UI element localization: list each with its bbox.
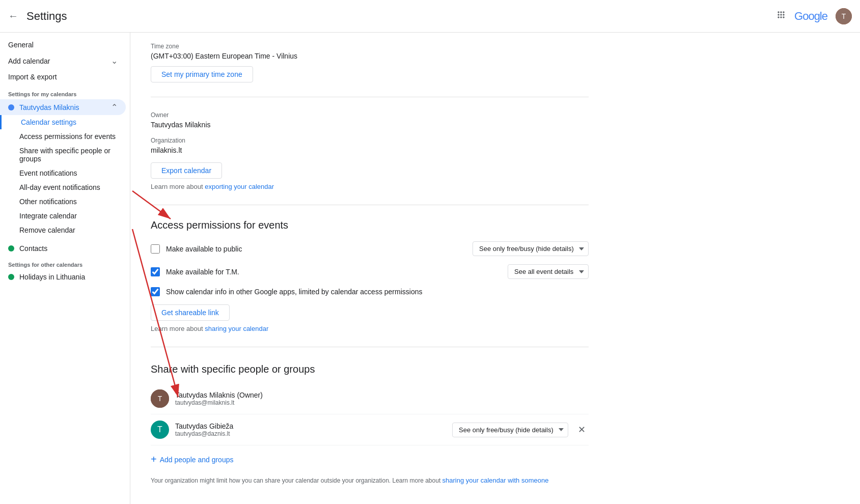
sidebar: General Add calendar ⌄ Import & export S… [0, 33, 130, 504]
divider-3 [151, 347, 589, 347]
checkbox-public-row: Make available to public See only free/b… [151, 241, 589, 256]
share-section: Share with specific people or groups T T… [151, 363, 589, 486]
checkbox-apps-label: Show calendar info in other Google apps,… [166, 288, 589, 296]
share-row-gibieza: T Tautvydas Gibieža tautvydas@daznis.lt … [151, 414, 589, 445]
divider-1 [151, 97, 589, 97]
svg-text:T: T [842, 12, 846, 20]
svg-text:T: T [158, 395, 162, 403]
sub-calendar-settings[interactable]: Calendar settings [0, 115, 126, 129]
sidebar-my-calendar[interactable]: Tautvydas Milaknis ⌃ [0, 99, 126, 115]
public-permission-dropdown[interactable]: See only free/busy (hide details) [473, 241, 589, 256]
owner-label: Owner [151, 111, 589, 119]
divider-2 [151, 205, 589, 205]
add-people-button[interactable]: + Add people and groups [151, 450, 233, 469]
timezone-label: Time zone [151, 43, 589, 50]
gibieza-email: tautvydas@daznis.lt [175, 430, 446, 437]
grid-icon[interactable] [776, 10, 786, 22]
checkbox-tm-row: Make available for T.M. See all event de… [151, 264, 589, 279]
export-calendar-button[interactable]: Export calendar [151, 162, 222, 179]
organization-section: Organization milaknis.lt [151, 137, 589, 154]
gibieza-avatar-letter: T [157, 425, 162, 434]
sub-share[interactable]: Share with specific people or groups [0, 144, 126, 166]
sidebar-item-import-export[interactable]: Import & export [0, 69, 126, 85]
exporting-calendar-link[interactable]: exporting your calendar [205, 183, 274, 190]
gibieza-permission: See only free/busy (hide details) [452, 423, 568, 437]
sub-remove[interactable]: Remove calendar [0, 223, 126, 237]
checkbox-tm[interactable] [151, 267, 160, 276]
owner-section: Owner Tautvydas Milaknis [151, 111, 589, 129]
calendar-dot-blue [8, 104, 14, 110]
chevron-up-icon: ⌃ [111, 102, 118, 112]
tm-permission-dropdown[interactable]: See all event details [508, 264, 589, 279]
contacts-label: Contacts [19, 244, 118, 253]
content-section: Time zone (GMT+03:00) Eastern European T… [151, 33, 589, 504]
sidebar-holidays[interactable]: Holidays in Lithuania [0, 270, 126, 284]
plus-icon: + [151, 454, 157, 465]
share-heading: Share with specific people or groups [151, 363, 589, 375]
sidebar-item-general[interactable]: General [0, 37, 126, 53]
checkbox-public-label: Make available to public [166, 245, 466, 253]
layout: General Add calendar ⌄ Import & export S… [0, 33, 860, 504]
owner-value: Tautvydas Milaknis [151, 121, 589, 129]
holidays-label: Holidays in Lithuania [19, 273, 118, 281]
sidebar-contacts[interactable]: Contacts [0, 241, 126, 256]
access-permissions-section: Access permissions for events Make avail… [151, 219, 589, 332]
set-primary-timezone-button[interactable]: Set my primary time zone [151, 66, 253, 82]
owner-avatar: T [151, 389, 169, 408]
export-helper: Learn more about exporting your calendar [151, 183, 589, 190]
owner-info: Tautvydas Milaknis (Owner) tautvydas@mil… [175, 391, 589, 406]
owner-name: Tautvydas Milaknis (Owner) [175, 391, 589, 399]
gibieza-info: Tautvydas Gibieža tautvydas@daznis.lt [175, 422, 446, 437]
checkbox-apps-row: Show calendar info in other Google apps,… [151, 287, 589, 296]
share-row-owner: T Tautvydas Milaknis (Owner) tautvydas@m… [151, 383, 589, 414]
holidays-dot [8, 274, 14, 280]
add-calendar-label: Add calendar [8, 57, 111, 65]
avatar[interactable]: T [836, 8, 852, 24]
topbar-left: ← Settings [8, 10, 67, 23]
timezone-section: Time zone (GMT+03:00) Eastern European T… [151, 43, 589, 82]
sub-other-notifications[interactable]: Other notifications [0, 194, 126, 209]
gibieza-name: Tautvydas Gibieža [175, 422, 446, 430]
add-people-label: Add people and groups [160, 456, 234, 464]
checkbox-tm-label: Make available for T.M. [166, 268, 502, 276]
calendar-dot-green [8, 245, 14, 251]
owner-email: tautvydas@milaknis.lt [175, 399, 589, 406]
get-shareable-link-button[interactable]: Get shareable link [151, 304, 230, 321]
chevron-down-icon: ⌄ [111, 56, 118, 66]
access-heading: Access permissions for events [151, 219, 589, 231]
org-value: milaknis.lt [151, 146, 589, 154]
gibieza-permission-dropdown[interactable]: See only free/busy (hide details) [452, 423, 568, 437]
back-icon[interactable]: ← [8, 10, 18, 22]
org-sharing-link[interactable]: sharing your calendar with someone [442, 477, 549, 484]
sharing-calendar-link[interactable]: sharing your calendar [205, 325, 268, 332]
app-title: Settings [26, 10, 67, 23]
main-content: Time zone (GMT+03:00) Eastern European T… [130, 33, 860, 504]
section-other-calendars: Settings for other calendars [0, 256, 130, 270]
org-note: Your organization might limit how you ca… [151, 475, 589, 486]
gibieza-avatar: T [151, 421, 169, 439]
sharing-helper: Learn more about sharing your calendar [151, 325, 589, 332]
topbar: ← Settings Google T [0, 0, 860, 33]
section-my-calendars: Settings for my calendars [0, 85, 130, 99]
org-label: Organization [151, 137, 589, 144]
sub-access-permissions[interactable]: Access permissions for events [0, 129, 126, 144]
sidebar-item-add-calendar[interactable]: Add calendar ⌄ [0, 53, 126, 69]
sub-allday-notifications[interactable]: All-day event notifications [0, 180, 126, 194]
my-calendar-label: Tautvydas Milaknis [19, 103, 111, 111]
timezone-value: (GMT+03:00) Eastern European Time - Viln… [151, 52, 589, 60]
export-section: Export calendar Learn more about exporti… [151, 162, 589, 190]
checkbox-public[interactable] [151, 244, 160, 254]
sub-event-notifications[interactable]: Event notifications [0, 166, 126, 180]
checkbox-apps[interactable] [151, 287, 160, 296]
remove-gibieza-button[interactable]: ✕ [574, 423, 589, 437]
google-logo: Google [794, 10, 827, 23]
sub-integrate[interactable]: Integrate calendar [0, 209, 126, 223]
topbar-right: Google T [776, 8, 852, 24]
